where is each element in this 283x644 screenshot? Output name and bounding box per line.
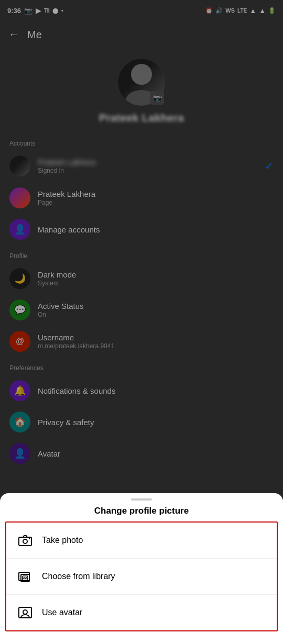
handle-bar xyxy=(131,498,152,501)
use-avatar-option[interactable]: Use avatar xyxy=(6,595,277,630)
svg-point-7 xyxy=(23,610,27,614)
avatar-option-icon xyxy=(17,604,34,621)
sheet-options-container: Take photo Choose from library xyxy=(5,521,278,631)
sheet-title: Change profile picture xyxy=(0,503,283,521)
choose-library-label: Choose from library xyxy=(42,572,115,581)
take-photo-option[interactable]: Take photo xyxy=(6,523,277,559)
sheet-handle-bar xyxy=(0,493,283,503)
choose-library-option[interactable]: Choose from library xyxy=(6,559,277,595)
dim-overlay xyxy=(0,0,283,508)
use-avatar-label: Use avatar xyxy=(42,608,82,617)
take-photo-label: Take photo xyxy=(42,536,83,545)
svg-rect-6 xyxy=(19,607,31,618)
camera-option-icon xyxy=(17,532,34,549)
bottom-sheet: Change profile picture Take photo xyxy=(0,493,283,644)
gallery-option-icon xyxy=(17,568,34,585)
svg-point-1 xyxy=(23,539,27,543)
svg-point-2 xyxy=(29,538,30,539)
